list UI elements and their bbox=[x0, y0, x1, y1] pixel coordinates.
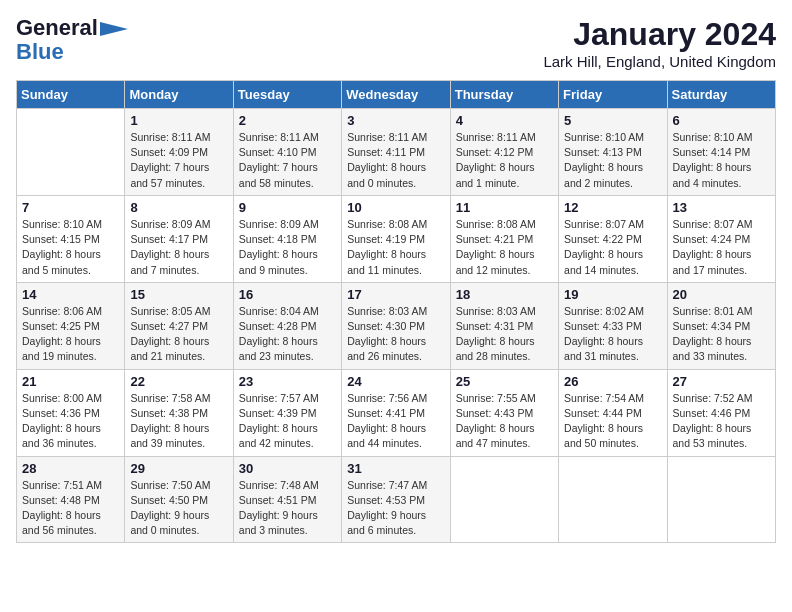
day-info: Sunrise: 8:03 AM Sunset: 4:31 PM Dayligh… bbox=[456, 304, 553, 365]
calendar-day-cell: 7Sunrise: 8:10 AM Sunset: 4:15 PM Daylig… bbox=[17, 195, 125, 282]
calendar-day-cell: 31Sunrise: 7:47 AM Sunset: 4:53 PM Dayli… bbox=[342, 456, 450, 543]
day-number: 15 bbox=[130, 287, 227, 302]
day-info: Sunrise: 7:54 AM Sunset: 4:44 PM Dayligh… bbox=[564, 391, 661, 452]
calendar-day-cell: 11Sunrise: 8:08 AM Sunset: 4:21 PM Dayli… bbox=[450, 195, 558, 282]
calendar-week-row: 28Sunrise: 7:51 AM Sunset: 4:48 PM Dayli… bbox=[17, 456, 776, 543]
day-info: Sunrise: 7:55 AM Sunset: 4:43 PM Dayligh… bbox=[456, 391, 553, 452]
day-number: 21 bbox=[22, 374, 119, 389]
calendar-week-row: 14Sunrise: 8:06 AM Sunset: 4:25 PM Dayli… bbox=[17, 282, 776, 369]
logo: General Blue bbox=[16, 16, 128, 64]
calendar-week-row: 7Sunrise: 8:10 AM Sunset: 4:15 PM Daylig… bbox=[17, 195, 776, 282]
calendar-day-cell: 22Sunrise: 7:58 AM Sunset: 4:38 PM Dayli… bbox=[125, 369, 233, 456]
day-number: 20 bbox=[673, 287, 770, 302]
day-number: 19 bbox=[564, 287, 661, 302]
calendar-week-row: 1Sunrise: 8:11 AM Sunset: 4:09 PM Daylig… bbox=[17, 109, 776, 196]
calendar-day-cell: 14Sunrise: 8:06 AM Sunset: 4:25 PM Dayli… bbox=[17, 282, 125, 369]
calendar-day-cell bbox=[17, 109, 125, 196]
day-info: Sunrise: 8:04 AM Sunset: 4:28 PM Dayligh… bbox=[239, 304, 336, 365]
day-number: 25 bbox=[456, 374, 553, 389]
day-number: 18 bbox=[456, 287, 553, 302]
weekday-header-row: SundayMondayTuesdayWednesdayThursdayFrid… bbox=[17, 81, 776, 109]
calendar-day-cell: 20Sunrise: 8:01 AM Sunset: 4:34 PM Dayli… bbox=[667, 282, 775, 369]
day-number: 29 bbox=[130, 461, 227, 476]
day-info: Sunrise: 8:09 AM Sunset: 4:17 PM Dayligh… bbox=[130, 217, 227, 278]
calendar-day-cell: 27Sunrise: 7:52 AM Sunset: 4:46 PM Dayli… bbox=[667, 369, 775, 456]
day-number: 14 bbox=[22, 287, 119, 302]
calendar-day-cell: 10Sunrise: 8:08 AM Sunset: 4:19 PM Dayli… bbox=[342, 195, 450, 282]
day-number: 26 bbox=[564, 374, 661, 389]
weekday-header: Sunday bbox=[17, 81, 125, 109]
weekday-header: Wednesday bbox=[342, 81, 450, 109]
day-number: 31 bbox=[347, 461, 444, 476]
day-number: 17 bbox=[347, 287, 444, 302]
day-number: 1 bbox=[130, 113, 227, 128]
day-number: 3 bbox=[347, 113, 444, 128]
day-number: 9 bbox=[239, 200, 336, 215]
calendar-day-cell: 5Sunrise: 8:10 AM Sunset: 4:13 PM Daylig… bbox=[559, 109, 667, 196]
calendar-day-cell: 25Sunrise: 7:55 AM Sunset: 4:43 PM Dayli… bbox=[450, 369, 558, 456]
calendar-day-cell: 24Sunrise: 7:56 AM Sunset: 4:41 PM Dayli… bbox=[342, 369, 450, 456]
day-number: 13 bbox=[673, 200, 770, 215]
calendar-day-cell: 26Sunrise: 7:54 AM Sunset: 4:44 PM Dayli… bbox=[559, 369, 667, 456]
calendar-day-cell: 18Sunrise: 8:03 AM Sunset: 4:31 PM Dayli… bbox=[450, 282, 558, 369]
weekday-header: Tuesday bbox=[233, 81, 341, 109]
calendar-day-cell: 2Sunrise: 8:11 AM Sunset: 4:10 PM Daylig… bbox=[233, 109, 341, 196]
day-number: 4 bbox=[456, 113, 553, 128]
calendar-day-cell: 21Sunrise: 8:00 AM Sunset: 4:36 PM Dayli… bbox=[17, 369, 125, 456]
calendar-day-cell: 12Sunrise: 8:07 AM Sunset: 4:22 PM Dayli… bbox=[559, 195, 667, 282]
day-info: Sunrise: 8:10 AM Sunset: 4:15 PM Dayligh… bbox=[22, 217, 119, 278]
calendar-day-cell: 13Sunrise: 8:07 AM Sunset: 4:24 PM Dayli… bbox=[667, 195, 775, 282]
day-number: 10 bbox=[347, 200, 444, 215]
calendar-day-cell bbox=[559, 456, 667, 543]
day-info: Sunrise: 8:01 AM Sunset: 4:34 PM Dayligh… bbox=[673, 304, 770, 365]
title-block: January 2024 Lark Hill, England, United … bbox=[543, 16, 776, 70]
day-info: Sunrise: 7:47 AM Sunset: 4:53 PM Dayligh… bbox=[347, 478, 444, 539]
calendar-day-cell: 19Sunrise: 8:02 AM Sunset: 4:33 PM Dayli… bbox=[559, 282, 667, 369]
month-title: January 2024 bbox=[543, 16, 776, 53]
calendar-day-cell: 29Sunrise: 7:50 AM Sunset: 4:50 PM Dayli… bbox=[125, 456, 233, 543]
weekday-header: Friday bbox=[559, 81, 667, 109]
day-info: Sunrise: 8:06 AM Sunset: 4:25 PM Dayligh… bbox=[22, 304, 119, 365]
calendar-day-cell: 3Sunrise: 8:11 AM Sunset: 4:11 PM Daylig… bbox=[342, 109, 450, 196]
day-number: 27 bbox=[673, 374, 770, 389]
weekday-header: Saturday bbox=[667, 81, 775, 109]
calendar-day-cell: 16Sunrise: 8:04 AM Sunset: 4:28 PM Dayli… bbox=[233, 282, 341, 369]
weekday-header: Monday bbox=[125, 81, 233, 109]
logo-blue-text: Blue bbox=[16, 40, 64, 64]
day-info: Sunrise: 8:09 AM Sunset: 4:18 PM Dayligh… bbox=[239, 217, 336, 278]
day-info: Sunrise: 8:02 AM Sunset: 4:33 PM Dayligh… bbox=[564, 304, 661, 365]
day-info: Sunrise: 7:48 AM Sunset: 4:51 PM Dayligh… bbox=[239, 478, 336, 539]
day-number: 23 bbox=[239, 374, 336, 389]
day-info: Sunrise: 7:52 AM Sunset: 4:46 PM Dayligh… bbox=[673, 391, 770, 452]
location: Lark Hill, England, United Kingdom bbox=[543, 53, 776, 70]
day-number: 8 bbox=[130, 200, 227, 215]
page-header: General Blue January 2024 Lark Hill, Eng… bbox=[16, 16, 776, 70]
day-info: Sunrise: 8:11 AM Sunset: 4:12 PM Dayligh… bbox=[456, 130, 553, 191]
day-info: Sunrise: 8:10 AM Sunset: 4:13 PM Dayligh… bbox=[564, 130, 661, 191]
day-info: Sunrise: 8:03 AM Sunset: 4:30 PM Dayligh… bbox=[347, 304, 444, 365]
day-number: 11 bbox=[456, 200, 553, 215]
day-info: Sunrise: 8:11 AM Sunset: 4:09 PM Dayligh… bbox=[130, 130, 227, 191]
day-info: Sunrise: 7:58 AM Sunset: 4:38 PM Dayligh… bbox=[130, 391, 227, 452]
calendar-day-cell bbox=[667, 456, 775, 543]
day-info: Sunrise: 8:00 AM Sunset: 4:36 PM Dayligh… bbox=[22, 391, 119, 452]
day-number: 30 bbox=[239, 461, 336, 476]
logo-icon bbox=[100, 22, 128, 36]
calendar-day-cell: 28Sunrise: 7:51 AM Sunset: 4:48 PM Dayli… bbox=[17, 456, 125, 543]
calendar-day-cell: 30Sunrise: 7:48 AM Sunset: 4:51 PM Dayli… bbox=[233, 456, 341, 543]
calendar-day-cell: 23Sunrise: 7:57 AM Sunset: 4:39 PM Dayli… bbox=[233, 369, 341, 456]
day-info: Sunrise: 7:56 AM Sunset: 4:41 PM Dayligh… bbox=[347, 391, 444, 452]
day-number: 6 bbox=[673, 113, 770, 128]
day-info: Sunrise: 8:08 AM Sunset: 4:21 PM Dayligh… bbox=[456, 217, 553, 278]
day-info: Sunrise: 8:11 AM Sunset: 4:10 PM Dayligh… bbox=[239, 130, 336, 191]
calendar-day-cell: 1Sunrise: 8:11 AM Sunset: 4:09 PM Daylig… bbox=[125, 109, 233, 196]
calendar-table: SundayMondayTuesdayWednesdayThursdayFrid… bbox=[16, 80, 776, 543]
day-info: Sunrise: 8:07 AM Sunset: 4:24 PM Dayligh… bbox=[673, 217, 770, 278]
day-info: Sunrise: 8:05 AM Sunset: 4:27 PM Dayligh… bbox=[130, 304, 227, 365]
calendar-day-cell: 17Sunrise: 8:03 AM Sunset: 4:30 PM Dayli… bbox=[342, 282, 450, 369]
day-number: 28 bbox=[22, 461, 119, 476]
calendar-day-cell: 15Sunrise: 8:05 AM Sunset: 4:27 PM Dayli… bbox=[125, 282, 233, 369]
day-info: Sunrise: 8:08 AM Sunset: 4:19 PM Dayligh… bbox=[347, 217, 444, 278]
day-info: Sunrise: 7:51 AM Sunset: 4:48 PM Dayligh… bbox=[22, 478, 119, 539]
day-number: 16 bbox=[239, 287, 336, 302]
